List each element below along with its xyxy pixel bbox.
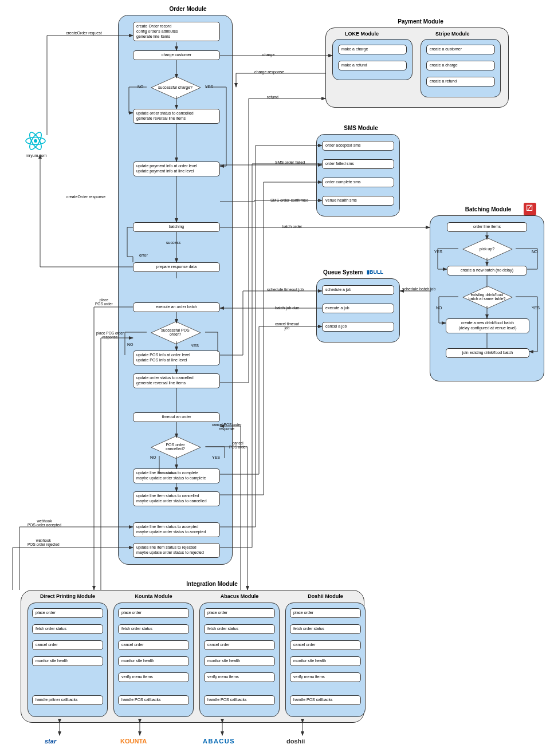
integration-item: cancel order <box>204 640 275 650</box>
yes-pickup: YES <box>434 250 442 254</box>
integration-sub-title: Doshii Module <box>289 593 362 599</box>
order-complete: update line item status to complete mayb… <box>133 468 220 483</box>
react-icon <box>24 129 47 152</box>
stripe-1: create a charge <box>426 61 495 70</box>
loke-title: LOKE Module <box>345 31 379 37</box>
integration-item: handle POS callbacks <box>118 695 189 705</box>
order-timeout: timeout an order <box>133 412 220 422</box>
label-sms-confirmed: SMS order confirmed <box>270 198 308 202</box>
queue-title: Queue System <box>323 269 363 275</box>
bull-logo: ▮BULL <box>367 269 383 275</box>
label-createorder-res: createOrder response <box>66 195 105 199</box>
label-createorder-req: createOrder request <box>66 31 102 35</box>
order-rejected-box: update line item status to rejected mayb… <box>133 543 220 558</box>
mryum-label: mryum.com <box>26 153 47 158</box>
label-batch-job-due: batch job due <box>275 306 299 310</box>
success-label: success <box>166 241 180 245</box>
integration-item: monitor site health <box>290 656 361 666</box>
batch-join: join existing drink/food batch <box>446 348 529 358</box>
yes-existing: YES <box>532 306 540 310</box>
label-charge: charge <box>262 53 274 57</box>
queue-0: schedule a job <box>322 285 394 295</box>
label-refund: refund <box>267 95 278 99</box>
integration-title: Integration Module <box>172 581 252 587</box>
star-logo: star <box>45 738 56 745</box>
integration-item: fetch order status <box>204 624 275 634</box>
loke-1: make a refund <box>338 61 407 70</box>
order-pos-info: update POS info at order level update PO… <box>133 351 220 365</box>
integration-item: fetch order status <box>118 624 189 634</box>
integration-item: cancel order <box>32 640 103 650</box>
error-label: error <box>139 253 148 257</box>
stripe-0: create a customer <box>426 45 495 54</box>
stripe-2: create a refund <box>426 77 495 86</box>
sms-2: order complete sms <box>322 178 394 187</box>
abacus-logo: ABACUS <box>203 738 235 745</box>
integration-item: fetch order status <box>32 624 103 634</box>
sms-1: order failed sms <box>322 159 394 169</box>
order-batching: batching <box>133 222 220 232</box>
order-payinfo: update payment info at order level updat… <box>133 162 220 176</box>
integration-item: cancel order <box>118 640 189 650</box>
label-schedule-timeout: schedule timeout job <box>267 288 304 292</box>
integration-item: fetch order status <box>290 624 361 634</box>
label-place-pos-resp: place POS order response <box>96 331 124 339</box>
label-schedule-batch: schedule batch job <box>402 287 435 291</box>
order-exec-batch: execute an order batch <box>133 302 220 312</box>
integration-sub-title: Abacus Module <box>203 593 276 599</box>
order-charge: charge customer <box>133 50 220 60</box>
order-module-title: Order Module <box>154 6 222 12</box>
integration-item: monitor site health <box>118 656 189 666</box>
label-charge-resp: charge response <box>254 70 284 74</box>
integration-item: handle POS callbacks <box>290 695 361 705</box>
label-webhook-rejected: webhook POS order rejected <box>28 538 60 546</box>
bull-text: BULL <box>370 269 383 275</box>
integration-item: verify menu items <box>290 672 361 682</box>
order-cancel2: update order status to cancelled generat… <box>133 373 220 388</box>
queue-2: cancel a job <box>322 322 394 332</box>
batching-title: Batching Module <box>454 206 522 212</box>
order-create: create Order record config order's attri… <box>133 22 220 41</box>
doshii-logo: doshii <box>286 738 305 745</box>
q-charge: successful charge? <box>141 76 210 99</box>
order-prepare: prepare response data <box>133 262 220 272</box>
batch-order-items: order line items <box>447 222 527 232</box>
batch-new: create a new batch (no delay) <box>447 266 527 275</box>
label-batch-order: batch order <box>282 225 302 229</box>
q-pos: successful POS order? <box>141 321 210 344</box>
integration-item: place order <box>290 608 361 618</box>
q-cancelled-label: POS order cancelled? <box>141 435 210 458</box>
q-existing: existing drink/food batch at same table? <box>453 285 521 308</box>
q-existing-label: existing drink/food batch at same table? <box>453 285 521 308</box>
order-accepted-box: update line item status to accepted mayb… <box>133 522 220 537</box>
no-2: NO <box>127 342 133 346</box>
queue-1: execute a job <box>322 304 394 313</box>
label-webhook-accepted: webhook POS order accepted <box>28 519 61 527</box>
batch-newdrink: create a new drink/food batch (delay con… <box>446 318 529 333</box>
sms-0: order accepted sms <box>322 141 394 151</box>
integration-item: place order <box>204 608 275 618</box>
label-cancel-pos: cancel POS order <box>229 441 247 449</box>
label-sms-failed: SMS order failed <box>275 160 305 164</box>
integration-item: cancel order <box>290 640 361 650</box>
order-cancelled-box: update line item status to cancelled may… <box>133 491 220 506</box>
kounta-logo: KOUNTA <box>120 738 147 745</box>
stripe-title: Stripe Module <box>435 31 470 37</box>
q-charge-label: successful charge? <box>141 76 210 99</box>
label-cancel-timeout: cancel timeout job <box>275 322 299 330</box>
integration-item: handle pritner callbacks <box>32 695 103 705</box>
no-pickup: NO <box>532 250 538 254</box>
integration-item: verify menu items <box>118 672 189 682</box>
payment-module-title: Payment Module <box>386 18 455 25</box>
sms-3: venue health sms <box>322 196 394 206</box>
integration-item: handle POS callbacks <box>204 695 275 705</box>
q-pickup-label: pick up? <box>453 237 521 260</box>
q-pos-label: successful POS order? <box>141 321 210 344</box>
label-place-pos: place POS order <box>95 298 113 306</box>
integration-sub-title: Direct Printing Module <box>31 593 104 599</box>
integration-item: place order <box>32 608 103 618</box>
integration-item: monitor site health <box>204 656 275 666</box>
yes-3: YES <box>212 455 220 459</box>
sms-module-title: SMS Module <box>332 125 390 131</box>
order-cancel1: update order status to cancelled generat… <box>133 109 220 124</box>
